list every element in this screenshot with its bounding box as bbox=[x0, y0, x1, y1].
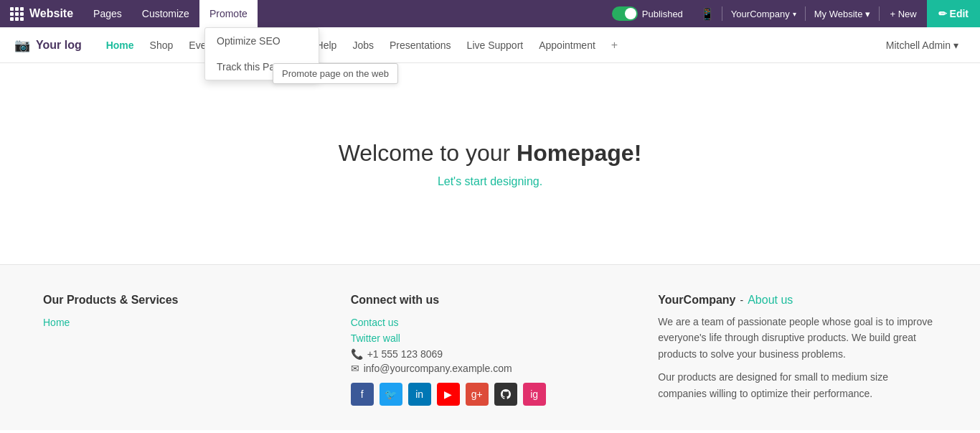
welcome-text: Welcome to your bbox=[339, 140, 517, 166]
email-address: info@yourcompany.example.com bbox=[364, 363, 512, 374]
nav-home[interactable]: Home bbox=[99, 35, 141, 55]
published-label: Published bbox=[642, 9, 683, 19]
website-navbar: 📷 Your log Home Shop Events Forum Blog H… bbox=[0, 27, 980, 63]
welcome-subtitle: Let's start designing. bbox=[438, 175, 542, 188]
phone-icon: 📞 bbox=[351, 348, 363, 360]
github-icon[interactable] bbox=[494, 383, 517, 406]
top-nav-promote[interactable]: Promote bbox=[199, 0, 258, 27]
googleplus-icon[interactable]: g+ bbox=[466, 383, 489, 406]
company-chevron: ▾ bbox=[793, 10, 796, 18]
footer-connect-title: Connect with us bbox=[351, 294, 630, 307]
footer-social-icons: f 🐦 in ▶ g+ ig bbox=[351, 383, 630, 406]
footer-description2: Our products are designed for small to m… bbox=[658, 369, 937, 401]
top-nav-pages[interactable]: Pages bbox=[83, 0, 132, 27]
mobile-preview-icon[interactable]: 📱 bbox=[693, 7, 722, 21]
nav-add-page[interactable]: + bbox=[604, 34, 625, 56]
footer-contact-link[interactable]: Contact us bbox=[351, 317, 630, 328]
app-logo-label: Website bbox=[29, 7, 73, 20]
footer-email: ✉ info@yourcompany.example.com bbox=[351, 363, 630, 374]
nav-live-support[interactable]: Live Support bbox=[460, 35, 531, 55]
nav-presentations[interactable]: Presentations bbox=[382, 35, 458, 55]
linkedin-icon[interactable]: in bbox=[408, 383, 431, 406]
top-nav-right: Published 📱 YourCompany ▾ My Website ▾ +… bbox=[602, 0, 980, 27]
youtube-icon[interactable]: ▶ bbox=[437, 383, 460, 406]
admin-label: Mitchell Admin bbox=[886, 39, 951, 51]
footer-dash: - bbox=[740, 294, 743, 306]
company-selector[interactable]: YourCompany ▾ bbox=[722, 9, 805, 19]
footer-twitter-wall-link[interactable]: Twitter wall bbox=[351, 332, 630, 344]
nav-jobs[interactable]: Jobs bbox=[345, 35, 381, 55]
app-logo[interactable]: Website bbox=[0, 7, 83, 21]
promote-tooltip: Promote page on the web bbox=[273, 63, 398, 84]
my-website-selector[interactable]: My Website ▾ bbox=[806, 9, 880, 19]
nav-shop[interactable]: Shop bbox=[143, 35, 181, 55]
homepage-bold: Homepage! bbox=[517, 140, 641, 166]
published-switch[interactable] bbox=[612, 6, 638, 21]
camera-icon: 📷 bbox=[14, 37, 30, 53]
footer-col-connect: Connect with us Contact us Twitter wall … bbox=[351, 294, 630, 409]
top-navbar: Website Pages Customize Promote Publishe… bbox=[0, 0, 980, 27]
footer-home-link[interactable]: Home bbox=[43, 317, 322, 328]
footer-phone: 📞 +1 555 123 8069 bbox=[351, 348, 630, 360]
new-button[interactable]: + New bbox=[880, 9, 926, 19]
footer-col-products: Our Products & Services Home bbox=[43, 294, 322, 409]
twitter-icon[interactable]: 🐦 bbox=[380, 383, 402, 406]
footer-description1: We are a team of passionate people whose… bbox=[658, 314, 937, 362]
grid-icon bbox=[10, 7, 24, 21]
email-icon: ✉ bbox=[351, 363, 359, 374]
footer-products-title: Our Products & Services bbox=[43, 294, 322, 307]
footer-col-company: YourCompany - About us We are a team of … bbox=[658, 294, 937, 409]
instagram-icon[interactable]: ig bbox=[523, 383, 546, 406]
website-logo-text: Your log bbox=[36, 39, 82, 52]
edit-button[interactable]: ✏ Edit bbox=[927, 0, 980, 27]
published-toggle[interactable]: Published bbox=[602, 6, 693, 21]
nav-appointment[interactable]: Appointment bbox=[532, 35, 603, 55]
welcome-title: Welcome to your Homepage! bbox=[339, 140, 642, 167]
optimize-seo-item[interactable]: Optimize SEO bbox=[205, 28, 319, 54]
footer-company-header: YourCompany - About us bbox=[658, 294, 937, 307]
footer: Our Products & Services Home Connect wit… bbox=[0, 264, 980, 430]
main-content: Welcome to your Homepage! Let's start de… bbox=[0, 63, 980, 264]
top-nav-customize[interactable]: Customize bbox=[132, 0, 199, 27]
top-nav-items: Pages Customize Promote bbox=[83, 0, 258, 27]
footer-about-link[interactable]: About us bbox=[748, 294, 793, 307]
footer-company-name: YourCompany bbox=[658, 294, 735, 307]
admin-chevron: ▾ bbox=[953, 39, 958, 51]
mywebsite-chevron: ▾ bbox=[865, 9, 870, 19]
facebook-icon[interactable]: f bbox=[351, 383, 374, 406]
phone-number: +1 555 123 8069 bbox=[367, 348, 443, 360]
admin-menu[interactable]: Mitchell Admin ▾ bbox=[879, 35, 966, 55]
website-logo: 📷 Your log bbox=[14, 37, 82, 53]
